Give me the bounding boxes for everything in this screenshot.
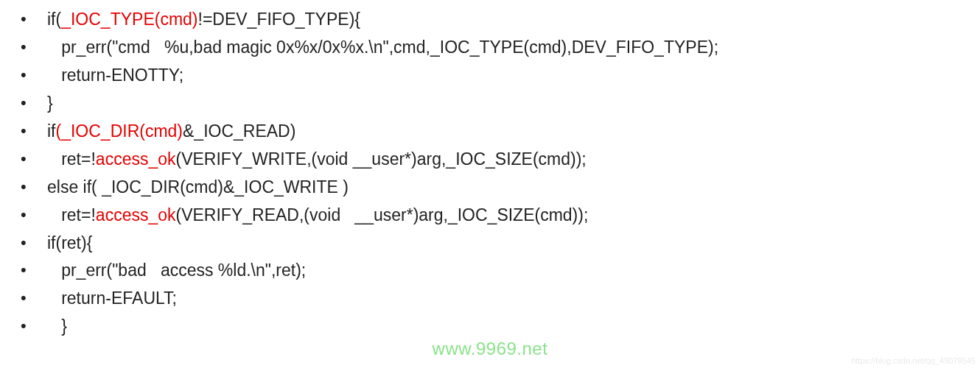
code-text: else if( _IOC_DIR(cmd)&_IOC_WRITE ) [47,177,349,197]
code-text: } [47,93,53,113]
code-line: } [21,313,980,341]
code-text: if(ret){ [47,233,92,252]
code-text: (VERIFY_READ,(void __user*)arg,_IOC_SIZE… [176,205,589,224]
code-text: pr_err("cmd %u,bad magic 0x%x/0x%x.\n",c… [61,38,718,57]
code-highlight: (_IOC_DIR(cmd) [56,121,183,141]
code-text: if [47,121,56,141]
code-text: (VERIFY_WRITE,(void __user*)arg,_IOC_SIZ… [176,149,587,169]
code-line: return-ENOTTY; [21,62,980,90]
code-line: ret=!access_ok(VERIFY_WRITE,(void __user… [21,146,980,174]
code-text: return-ENOTTY; [61,66,183,85]
code-line: if(ret){ [21,230,980,258]
code-highlight: _IOC_TYPE(cmd) [61,10,197,29]
code-block: if(_IOC_TYPE(cmd)!=DEV_FIFO_TYPE){ pr_er… [0,0,980,341]
code-line: } [21,90,980,118]
code-text: return-EFAULT; [61,289,177,308]
code-text: pr_err("bad access %ld.\n",ret); [61,261,306,280]
code-text: if( [47,10,61,29]
code-line: pr_err("bad access %ld.\n",ret); [21,257,980,285]
code-line: return-EFAULT; [21,285,980,313]
code-line: ret=!access_ok(VERIFY_READ,(void __user*… [21,202,980,230]
code-text: ret=! [61,205,96,224]
code-highlight: access_ok [96,149,176,169]
code-text: !=DEV_FIFO_TYPE){ [198,10,361,29]
code-line: if(_IOC_TYPE(cmd)!=DEV_FIFO_TYPE){ [21,6,980,34]
watermark-text: www.9969.net [433,339,548,359]
code-text: &_IOC_READ) [183,121,295,141]
code-line: pr_err("cmd %u,bad magic 0x%x/0x%x.\n",c… [21,34,980,62]
code-highlight: access_ok [96,205,176,224]
code-line: else if( _IOC_DIR(cmd)&_IOC_WRITE ) [21,174,980,202]
code-text: ret=! [61,149,96,169]
code-line: if(_IOC_DIR(cmd)&_IOC_READ) [21,118,980,146]
code-text: } [61,316,67,336]
source-attribution: https://blog.csdn.net/qq_49079545 [851,356,976,365]
